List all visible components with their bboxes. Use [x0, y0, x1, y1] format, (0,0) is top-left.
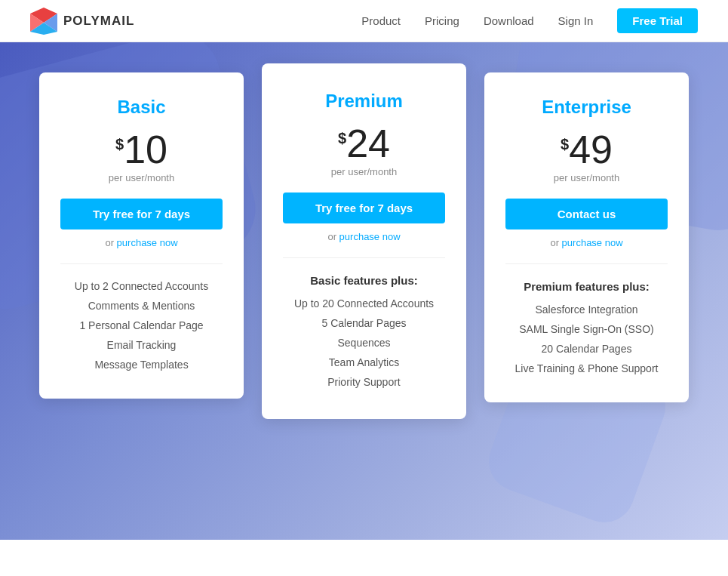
feature-item: Salesforce Integration [505, 300, 668, 319]
feature-item: Priority Support [283, 372, 445, 392]
feature-item: 20 Calendar Pages [505, 339, 668, 359]
plan-enterprise-period: per user/month [505, 172, 668, 183]
plan-enterprise-purchase-link[interactable]: purchase now [562, 237, 623, 248]
dollar-sign: $ [338, 130, 346, 147]
plan-premium-title: Premium [283, 91, 445, 112]
plan-premium: Premium $ 24 per user/month Try free for… [262, 63, 466, 419]
plan-basic-purchase-link[interactable]: purchase now [117, 237, 178, 248]
plan-basic: Basic $ 10 per user/month Try free for 7… [39, 72, 244, 399]
free-trial-button[interactable]: Free Trial [617, 8, 698, 33]
feature-item: Email Tracking [60, 335, 223, 355]
plan-premium-cta[interactable]: Try free for 7 days [283, 193, 445, 223]
features-header: Basic features plus: [283, 270, 445, 291]
pricing-hero: Basic $ 10 per user/month Try free for 7… [0, 42, 728, 540]
plan-premium-purchase: or purchase now [283, 231, 445, 242]
logo-text: POLYMAIL [63, 14, 134, 29]
feature-item: 5 Calendar Pages [283, 313, 445, 333]
plan-enterprise-price: $ 49 [505, 130, 668, 169]
plan-enterprise-cta[interactable]: Contact us [505, 199, 668, 229]
plan-premium-purchase-link[interactable]: purchase now [339, 231, 401, 242]
nav-signin[interactable]: Sign In [558, 14, 594, 27]
nav-links: Product Pricing Download Sign In Free Tr… [361, 8, 698, 33]
feature-item: Up to 20 Connected Accounts [283, 294, 445, 313]
pricing-cards: Basic $ 10 per user/month Try free for 7… [30, 72, 698, 419]
features-header: Premium features plus: [505, 276, 668, 297]
feature-item: 1 Personal Calendar Page [60, 316, 223, 335]
plan-enterprise-purchase: or purchase now [505, 237, 668, 248]
plan-enterprise: Enterprise $ 49 per user/month Contact u… [484, 72, 689, 402]
logo[interactable]: POLYMAIL [30, 8, 134, 35]
plan-basic-title: Basic [60, 97, 223, 118]
feature-item: Team Analytics [283, 353, 445, 372]
plan-enterprise-features: Premium features plus: Salesforce Integr… [505, 276, 668, 378]
nav-product[interactable]: Product [361, 14, 401, 27]
feature-item: Live Training & Phone Support [505, 359, 668, 378]
price-amount: 49 [569, 130, 613, 169]
plan-enterprise-title: Enterprise [505, 97, 668, 118]
plan-basic-features: Up to 2 Connected Accounts Comments & Me… [60, 276, 223, 374]
feature-item: Sequences [283, 333, 445, 353]
dollar-sign: $ [115, 136, 124, 153]
dollar-sign: $ [561, 136, 569, 153]
feature-item: Message Templates [60, 355, 223, 374]
nav-download[interactable]: Download [484, 14, 534, 27]
plan-basic-period: per user/month [60, 172, 223, 183]
plan-basic-price: $ 10 [60, 130, 223, 169]
feature-item: SAML Single Sign-On (SSO) [505, 319, 668, 339]
feature-item: Comments & Mentions [60, 296, 223, 316]
plan-basic-purchase: or purchase now [60, 237, 223, 248]
price-amount: 24 [346, 124, 390, 163]
plan-premium-price: $ 24 [283, 124, 445, 163]
price-amount: 10 [124, 130, 167, 169]
plan-premium-features: Basic features plus: Up to 20 Connected … [283, 270, 445, 392]
feature-item: Up to 2 Connected Accounts [60, 276, 223, 296]
plan-basic-cta[interactable]: Try free for 7 days [60, 199, 223, 229]
navbar: POLYMAIL Product Pricing Download Sign I… [0, 0, 728, 42]
plan-premium-period: per user/month [283, 166, 445, 177]
below-section: We also have special plans for nonprofit… [0, 540, 728, 576]
nav-pricing[interactable]: Pricing [425, 14, 459, 27]
